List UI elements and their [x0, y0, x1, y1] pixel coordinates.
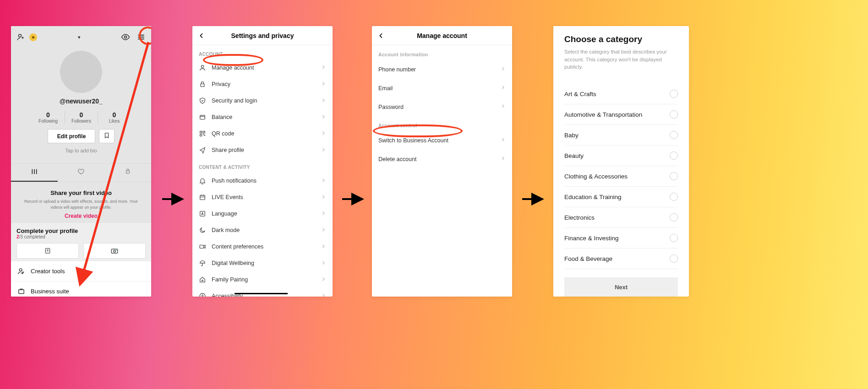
category-label: Baby: [564, 132, 579, 139]
sheet-creator-tools[interactable]: Creator tools: [11, 261, 151, 281]
setting-row-privacy[interactable]: Privacy: [192, 76, 333, 92]
create-video-link[interactable]: Create video: [19, 213, 143, 219]
creator-tools-icon: [17, 267, 25, 275]
add-user-icon[interactable]: [16, 33, 25, 41]
setting-label: Language: [212, 211, 315, 217]
accessibility-icon: [199, 292, 206, 297]
bell-icon: [199, 177, 206, 184]
svg-rect-13: [200, 115, 205, 119]
setting-label: LIVE Events: [212, 194, 315, 200]
wallet-icon: [199, 113, 206, 121]
svg-point-6: [116, 250, 117, 251]
settings-privacy-screen: Settings and privacy ACCOUNTManage accou…: [192, 26, 333, 297]
manage-label: Switch to Business Account: [378, 137, 500, 144]
radio-icon: [670, 90, 678, 98]
radio-icon: [670, 193, 678, 201]
category-row[interactable]: Beauty: [564, 146, 678, 166]
section-label: Account information: [372, 45, 512, 60]
bookmark-button[interactable]: [99, 129, 115, 143]
category-label: Finance & Investing: [564, 235, 619, 242]
setting-label: Content preferences: [212, 243, 315, 250]
setting-label: QR code: [212, 130, 315, 137]
category-row[interactable]: Education & Training: [564, 187, 678, 207]
category-label: Electronics: [564, 214, 595, 221]
bottom-sheet: Creator tools Business suite Settings an…: [11, 261, 151, 297]
moon-icon: [199, 227, 206, 234]
manage-row-email[interactable]: Email: [372, 79, 512, 97]
radio-icon: [670, 151, 678, 160]
setting-row-language[interactable]: Language: [192, 205, 333, 222]
chevron-right-icon: [321, 194, 326, 201]
edit-profile-button[interactable]: Edit profile: [48, 129, 96, 143]
setting-row-share-profile[interactable]: Share profile: [192, 142, 333, 158]
avatar[interactable]: [60, 51, 102, 93]
tab-grid[interactable]: [11, 164, 58, 182]
category-row[interactable]: Automotive & Transportation: [564, 104, 678, 125]
tap-to-add-bio[interactable]: Tap to add bio: [11, 148, 151, 153]
back-button[interactable]: [377, 32, 385, 39]
category-row[interactable]: Food & Beverage: [564, 249, 678, 269]
svg-rect-17: [200, 195, 205, 200]
eye-icon[interactable]: [121, 32, 130, 42]
setting-label: Dark mode: [212, 227, 315, 233]
tab-private[interactable]: [104, 164, 151, 182]
category-row[interactable]: Finance & Investing: [564, 228, 678, 249]
radio-icon: [670, 213, 678, 222]
complete-title: Complete your profile: [16, 227, 146, 234]
chevron-right-icon: [321, 178, 326, 184]
share-desc: Record or upload a video with effects, s…: [19, 199, 143, 210]
likes-stat[interactable]: 0Likes: [98, 111, 131, 124]
category-row[interactable]: Baby: [564, 125, 678, 146]
setting-row-qr-code[interactable]: QR code: [192, 125, 333, 142]
setting-row-digital-wellbeing[interactable]: Digital Wellbeing: [192, 255, 333, 271]
setting-row-accessibility[interactable]: Accessibility: [192, 288, 333, 297]
sheet-business-suite[interactable]: Business suite: [11, 281, 151, 297]
manage-list: Account informationPhone numberEmailPass…: [372, 45, 512, 168]
category-row[interactable]: Art & Crafts: [564, 84, 678, 104]
chevron-right-icon: [500, 103, 506, 110]
page-title: Settings and privacy: [231, 32, 294, 39]
manage-row-password[interactable]: Password: [372, 97, 512, 116]
nav-header: Settings and privacy: [192, 26, 333, 45]
chevron-right-icon: [321, 65, 326, 71]
svg-rect-12: [201, 84, 204, 86]
radio-icon: [670, 110, 678, 119]
chevron-right-icon: [321, 243, 326, 250]
followers-stat[interactable]: 0Followers: [65, 111, 98, 124]
svg-point-5: [114, 250, 116, 253]
following-stat[interactable]: 0Following: [32, 111, 65, 124]
back-button[interactable]: [198, 32, 205, 39]
complete-card-1[interactable]: [16, 243, 79, 259]
share-icon: [199, 146, 206, 154]
category-label: Clothing & Accessories: [564, 173, 628, 180]
setting-row-security[interactable]: Security and login: [192, 92, 333, 109]
setting-row-push-notifications[interactable]: Push notifications: [192, 173, 333, 189]
category-label: Automotive & Transportation: [564, 111, 642, 118]
setting-row-balance[interactable]: Balance: [192, 109, 333, 125]
radio-icon: [670, 172, 678, 180]
svg-rect-15: [203, 131, 205, 133]
manage-label: Email: [378, 85, 500, 92]
account-switcher[interactable]: ▾: [78, 34, 81, 40]
complete-card-2[interactable]: [83, 243, 146, 259]
manage-row-phone-number[interactable]: Phone number: [372, 60, 512, 79]
tab-liked[interactable]: [58, 164, 104, 182]
next-button[interactable]: Next: [564, 277, 678, 297]
setting-row-family-pairing[interactable]: Family Pairing: [192, 271, 333, 288]
category-list: Art & CraftsAutomotive & TransportationB…: [564, 84, 678, 269]
category-label: Education & Training: [564, 194, 622, 200]
setting-row-content-preferences[interactable]: Content preferences: [192, 238, 333, 255]
font-icon: [199, 210, 206, 217]
category-label: Beauty: [564, 152, 584, 159]
umbrella-icon: [199, 259, 206, 267]
category-row[interactable]: Clothing & Accessories: [564, 166, 678, 187]
setting-row-live-events[interactable]: LIVE Events: [192, 189, 333, 205]
page-subtitle: Select the category that best describes …: [564, 48, 678, 71]
chevron-right-icon: [500, 66, 506, 73]
coin-icon[interactable]: ◆: [29, 33, 37, 41]
setting-row-dark-mode[interactable]: Dark mode: [192, 222, 333, 238]
manage-label: Phone number: [378, 66, 500, 73]
category-row[interactable]: Electronics: [564, 207, 678, 228]
radio-icon: [670, 131, 678, 139]
manage-row-delete-account[interactable]: Delete account: [372, 150, 512, 168]
